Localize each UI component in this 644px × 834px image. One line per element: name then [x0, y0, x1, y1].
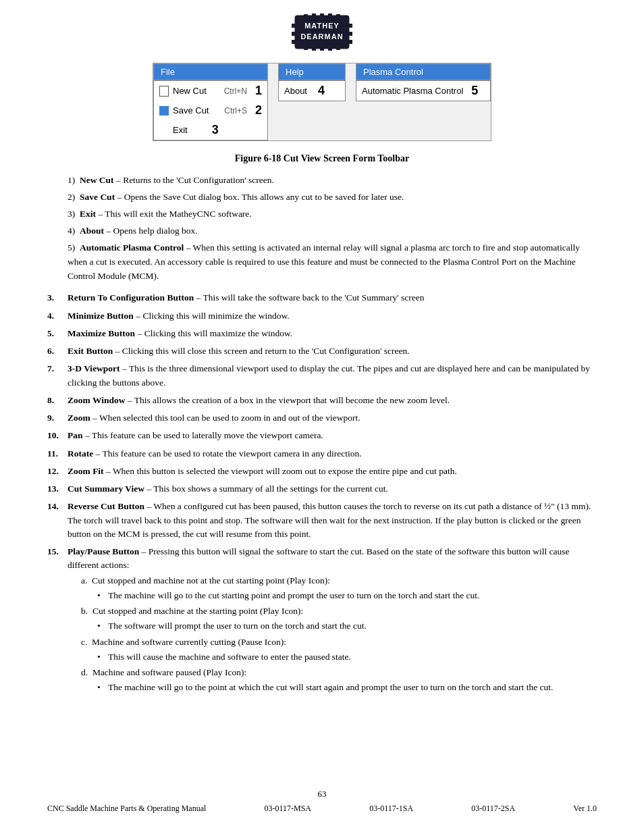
item-num: 15. [47, 545, 68, 697]
outer-item-3: 3. Return To Configuration Button – This… [47, 291, 597, 305]
sub-item-a: a. Cut stopped and machine not at the cu… [81, 574, 597, 603]
figure-caption: Figure 6-18 Cut View Screen Form Toolbar [47, 153, 597, 164]
outer-item-6: 6. Exit Button – Clicking this will clos… [47, 344, 597, 358]
item-label: Play/Pause Button [68, 546, 139, 556]
file-menu-label: File [161, 67, 175, 77]
list-item: 5) Automatic Plasma Control – When this … [68, 241, 597, 284]
footer: 63 CNC Saddle Machine Parts & Operating … [0, 789, 644, 814]
exit-item[interactable]: Exit 3 [154, 120, 267, 140]
new-cut-icon [159, 86, 169, 97]
auto-plasma-item[interactable]: Automatic Plasma Control 5 [356, 81, 490, 101]
new-cut-num: 1 [255, 84, 262, 98]
sub-item-d: d. Machine and software paused (Play Ico… [81, 666, 597, 695]
item-content: Pan – This feature can be used to latera… [68, 429, 597, 442]
svg-rect-5 [320, 14, 324, 16]
svg-text:DEARMAN: DEARMAN [300, 32, 343, 41]
item-content: Zoom Fit – When this button is selected … [68, 465, 597, 478]
svg-rect-4 [312, 14, 316, 16]
outer-item-13: 13. Cut Summary View – This box shows a … [47, 482, 597, 496]
bullet-item: The software will prompt the user to tur… [108, 619, 597, 633]
item-content: Minimize Button – Clicking this will min… [68, 309, 597, 323]
inner-list: 1) New Cut – Returns to the 'Cut Configu… [47, 174, 597, 283]
item-label: 3-D Viewport [68, 363, 120, 373]
item-num: 14. [47, 500, 68, 541]
bullet-list: This will cause the machine and software… [81, 650, 597, 664]
svg-text:MATHEY: MATHEY [304, 22, 340, 30]
plasma-menu-top[interactable]: Plasma Control [356, 63, 491, 80]
svg-rect-10 [320, 49, 324, 51]
bullet-list: The machine will go to the cut starting … [81, 589, 597, 602]
file-dropdown: New Cut Ctrl+N 1 Save Cut Ctrl+S 2 Exit … [153, 80, 268, 140]
exit-num: 3 [212, 123, 219, 137]
item-num: 6. [47, 344, 68, 358]
auto-plasma-num: 5 [471, 84, 478, 98]
item-label: Exit Button [68, 346, 113, 356]
outer-item-11: 11. Rotate – This feature can be used to… [47, 447, 597, 461]
svg-rect-7 [336, 14, 340, 17]
file-menu-top[interactable]: File [153, 63, 268, 80]
item-num: 7. [47, 362, 68, 390]
item-num: 8. [47, 394, 68, 407]
new-cut-item[interactable]: New Cut Ctrl+N 1 [154, 81, 267, 101]
item-num: 4. [47, 309, 68, 323]
body-content: 1) New Cut – Returns to the 'Cut Configu… [47, 174, 597, 701]
svg-rect-9 [312, 48, 316, 51]
list-item: 4) About – Opens help dialog box. [68, 224, 597, 238]
new-cut-label: New Cut [173, 86, 207, 96]
help-menu-top[interactable]: Help [278, 63, 346, 80]
page-number: 63 [318, 789, 327, 800]
about-num: 4 [318, 84, 325, 98]
list-item: 1) New Cut – Returns to the 'Cut Configu… [68, 174, 597, 188]
logo-area: MATHEY DEARMAN [292, 14, 352, 51]
about-item[interactable]: About 4 [279, 81, 345, 101]
item3-text: – This will exit the MatheyCNC software. [96, 209, 252, 219]
item-content: Reverse Cut Button – When a configured c… [68, 500, 597, 541]
sub-item-c: c. Machine and software currently cuttin… [81, 635, 597, 664]
item-content: Return To Configuration Button – This wi… [68, 291, 597, 305]
outer-item-15: 15. Play/Pause Button – Pressing this bu… [47, 545, 597, 697]
item-num: 9. [47, 411, 68, 425]
footer-mid1: 03-0117-MSA [264, 804, 311, 814]
item-content: Zoom – When selected this tool can be us… [68, 411, 597, 425]
outer-item-9: 9. Zoom – When selected this tool can be… [47, 411, 597, 425]
sub-item-b: b. Cut stopped and machine at the starti… [81, 604, 597, 633]
auto-plasma-label: Automatic Plasma Control [362, 86, 463, 96]
svg-rect-6 [328, 14, 332, 16]
save-cut-item[interactable]: Save Cut Ctrl+S 2 [154, 101, 267, 120]
about-label: About [284, 86, 307, 96]
item-label: Zoom Window [68, 395, 125, 405]
svg-rect-18 [349, 40, 352, 44]
item4-label: About [80, 226, 104, 236]
item-label: Maximize Button [68, 328, 135, 338]
help-menu-label: Help [286, 67, 304, 77]
item1-text: – Returns to the 'Cut Configuration' scr… [114, 175, 274, 185]
logo-image: MATHEY DEARMAN [292, 14, 352, 51]
toolbar-screenshot: File New Cut Ctrl+N 1 Save Cut Ctrl+S 2 [153, 63, 491, 141]
sub-list: a. Cut stopped and machine not at the cu… [68, 574, 597, 695]
item-label: Rotate [68, 448, 93, 459]
item-content: Exit Button – Clicking this will close t… [68, 344, 597, 358]
file-section: File New Cut Ctrl+N 1 Save Cut Ctrl+S 2 [153, 63, 268, 140]
item-num: 10. [47, 429, 68, 442]
list-item: 2) Save Cut – Opens the Save Cut dialog … [68, 190, 597, 205]
item-label: Return To Configuration Button [68, 292, 194, 303]
bullet-list: The machine will go to the point at whic… [81, 681, 597, 694]
plasma-menu-label: Plasma Control [363, 67, 423, 77]
page: MATHEY DEARMAN [0, 0, 644, 834]
item-content: Rotate – This feature can be used to rot… [68, 447, 597, 461]
item-num: 12. [47, 465, 68, 478]
item2-label: Save Cut [80, 192, 115, 202]
outer-item-4: 4. Minimize Button – Clicking this will … [47, 309, 597, 323]
plasma-dropdown: Automatic Plasma Control 5 [356, 80, 491, 101]
outer-list: 3. Return To Configuration Button – This… [47, 291, 597, 696]
plasma-section: Plasma Control Automatic Plasma Control … [356, 63, 491, 101]
item-label: Cut Summary View [68, 484, 144, 494]
svg-rect-13 [292, 24, 295, 28]
item-label: Zoom [68, 413, 90, 423]
outer-item-5: 5. Maximize Button – Clicking this will … [47, 327, 597, 340]
item1-label: New Cut [80, 175, 114, 185]
footer-left: CNC Saddle Machine Parts & Operating Man… [47, 804, 206, 814]
list-item: 3) Exit – This will exit the MatheyCNC s… [68, 207, 597, 221]
item-label: Minimize Button [68, 311, 134, 321]
exit-label: Exit [173, 125, 188, 135]
